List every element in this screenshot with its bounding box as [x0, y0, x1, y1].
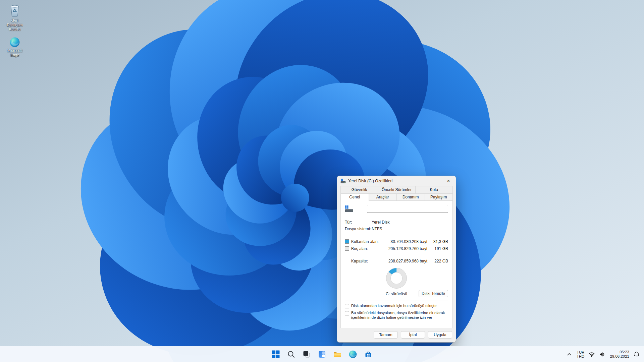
dialog-button-strip: Tamam İptal Uygula — [337, 327, 456, 342]
apply-button[interactable]: Uygula — [428, 331, 452, 339]
checkbox-box[interactable] — [345, 304, 349, 308]
tab-paylasim[interactable]: Paylaşım — [425, 193, 453, 201]
language-line2: TRQ — [577, 354, 584, 358]
network-button[interactable] — [588, 349, 596, 360]
used-space-row: Kullanılan alan: 33.704.030.208 bayt 31,… — [345, 238, 448, 245]
field-filesystem-value: NTFS — [372, 227, 382, 231]
taskbar-center — [268, 347, 376, 362]
tab-donanim[interactable]: Donanım — [396, 193, 425, 201]
edge-button[interactable] — [345, 348, 360, 361]
desktop-icon-grid: Geri Dönüşüm Kutusu Microsoft Edge — [3, 3, 27, 57]
index-contents-checkbox[interactable]: Bu sürücüdeki dosyaların, dosya özellikl… — [345, 311, 448, 320]
properties-dialog: Yerel Disk (C:) Özellikleri ✕ Güvenlik Ö… — [337, 176, 456, 343]
tab-strip: Güvenlik Önceki Sürümler Kota Genel Araç… — [337, 186, 456, 201]
task-view-icon — [302, 350, 311, 359]
desktop-icon-edge[interactable]: Microsoft Edge — [3, 37, 27, 57]
tray-time: 05:23 — [610, 350, 629, 354]
drive-title-icon — [340, 178, 346, 184]
tab-guvenlik[interactable]: Güvenlik — [340, 186, 378, 193]
volume-button[interactable] — [598, 349, 606, 360]
speaker-icon — [599, 351, 606, 358]
field-type-label: Tür: — [345, 220, 372, 225]
edge-icon — [9, 37, 20, 48]
field-filesystem-label: Dosya sistemi: — [345, 227, 372, 231]
bell-icon — [633, 351, 640, 358]
desktop-icon-recycle-bin[interactable]: Geri Dönüşüm Kutusu — [3, 3, 27, 32]
cancel-button[interactable]: İptal — [401, 331, 425, 339]
free-size: 191 GB — [427, 246, 448, 251]
tab-page-general: Tür: Yerel Disk Dosya sistemi: NTFS Kull… — [340, 201, 452, 328]
widgets-icon — [318, 350, 326, 359]
windows-start-icon — [271, 350, 280, 359]
file-explorer-icon — [333, 350, 342, 359]
field-type: Tür: Yerel Disk — [345, 219, 448, 226]
capacity-row: Kapasite: 238.827.859.968 bayt 222 GB — [345, 258, 448, 264]
free-bytes: 205.123.829.760 bayt — [388, 246, 427, 251]
tab-araclar[interactable]: Araçlar — [369, 193, 397, 201]
tab-kota[interactable]: Kota — [415, 186, 453, 193]
wallpaper-bloom — [0, 0, 644, 362]
tab-onceki-surumler[interactable]: Önceki Sürümler — [378, 186, 415, 193]
taskbar: TUR TRQ 05:23 29.06.2021 — [0, 346, 644, 362]
notifications-button[interactable] — [633, 349, 641, 360]
clock[interactable]: 05:23 29.06.2021 — [609, 350, 630, 359]
search-icon — [287, 350, 296, 359]
desktop: Geri Dönüşüm Kutusu Microsoft Edge — [0, 0, 644, 362]
widgets-button[interactable] — [315, 348, 329, 361]
separator — [345, 235, 448, 235]
free-swatch — [345, 246, 349, 251]
start-button[interactable] — [268, 348, 283, 361]
separator — [345, 255, 448, 255]
compress-drive-checkbox[interactable]: Disk alanından kazanmak için bu sürücüyü… — [345, 304, 448, 308]
capacity-bytes: 238.827.859.968 bayt — [388, 259, 427, 263]
index-contents-label: Bu sürücüdeki dosyaların, dosya özellikl… — [351, 311, 448, 320]
recycle-bin-icon — [8, 3, 21, 17]
store-icon — [364, 350, 373, 359]
ok-button[interactable]: Tamam — [374, 331, 398, 339]
free-space-row: Boş alan: 205.123.829.760 bayt 191 GB — [345, 245, 448, 252]
used-swatch — [345, 239, 349, 244]
field-filesystem: Dosya sistemi: NTFS — [345, 226, 448, 232]
system-tray: TUR TRQ 05:23 29.06.2021 — [565, 346, 641, 362]
free-label: Boş alan: — [351, 246, 388, 251]
compress-drive-label: Disk alanından kazanmak için bu sürücüyü… — [351, 304, 437, 308]
capacity-size: 222 GB — [427, 259, 448, 263]
used-size: 31,3 GB — [427, 239, 448, 244]
store-button[interactable] — [361, 348, 376, 361]
separator — [345, 216, 448, 216]
task-view-button[interactable] — [299, 348, 314, 361]
file-explorer-button[interactable] — [330, 348, 345, 361]
tray-chevron-button[interactable] — [565, 349, 573, 360]
volume-label-input[interactable] — [367, 205, 448, 213]
used-label: Kullanılan alan: — [351, 239, 388, 244]
edge-icon — [348, 350, 357, 359]
close-button[interactable]: ✕ — [443, 177, 454, 185]
used-bytes: 33.704.030.208 bayt — [388, 239, 427, 244]
wifi-icon — [588, 351, 595, 358]
drive-icon — [345, 205, 354, 213]
disk-usage-chart-area: C: sürücüsü Diski Temizle — [345, 264, 448, 298]
tray-date: 29.06.2021 — [610, 354, 629, 359]
separator — [345, 301, 448, 301]
checkbox-box[interactable] — [345, 311, 349, 315]
disk-usage-donut — [385, 267, 408, 289]
field-type-value: Yerel Disk — [372, 220, 390, 225]
edge-label: Microsoft Edge — [5, 49, 25, 57]
language-line1: TUR — [577, 350, 584, 354]
search-button[interactable] — [284, 348, 299, 361]
recycle-bin-label: Geri Dönüşüm Kutusu — [5, 18, 25, 32]
language-indicator[interactable]: TUR TRQ — [576, 350, 585, 358]
disk-cleanup-button[interactable]: Diski Temizle — [419, 290, 448, 297]
capacity-label: Kapasite: — [351, 259, 388, 263]
dialog-titlebar[interactable]: Yerel Disk (C:) Özellikleri ✕ — [337, 176, 456, 186]
tab-genel[interactable]: Genel — [340, 193, 369, 201]
dialog-title: Yerel Disk (C:) Özellikleri — [348, 179, 441, 183]
chevron-up-icon — [566, 351, 573, 358]
